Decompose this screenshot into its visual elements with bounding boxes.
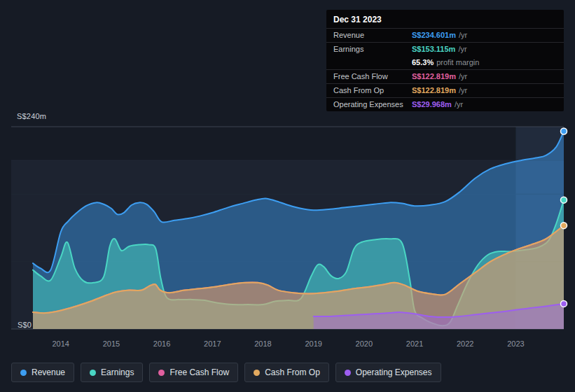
legend-item-label: Operating Expenses — [356, 368, 432, 377]
tooltip-row-value: S$122.819m — [412, 86, 456, 95]
operating-expenses-series-dot-icon — [345, 370, 351, 376]
tooltip-row-free-cash-flow: Free Cash FlowS$122.819m/yr — [326, 69, 564, 83]
tooltip-row-label: Revenue — [333, 31, 412, 40]
free-cash-flow-series-dot-icon — [158, 370, 165, 376]
x-axis-tick-2014: 2014 — [52, 340, 69, 348]
tooltip-row-suffix: /yr — [455, 100, 463, 109]
legend-item-earnings[interactable]: Earnings — [81, 363, 143, 382]
y-axis-label-min: S$0 — [18, 321, 32, 329]
upper-band — [11, 127, 564, 160]
tooltip-row-value: S$153.115m — [412, 45, 455, 54]
legend-item-label: Cash From Op — [265, 368, 320, 377]
tooltip-row-suffix: /yr — [459, 72, 467, 81]
tooltip-row-earnings: EarningsS$153.115m/yr — [326, 42, 564, 56]
x-axis-tick-2018: 2018 — [254, 340, 271, 348]
x-axis-tick-2017: 2017 — [204, 340, 221, 348]
legend-item-cash-from-op[interactable]: Cash From Op — [244, 363, 329, 382]
legend-item-label: Earnings — [101, 368, 134, 377]
tooltip-row-profit-margin: 65.3%profit margin — [326, 56, 564, 69]
x-axis-tick-2020: 2020 — [356, 340, 373, 348]
chart-area: 2014201520162017201820192020202120222023… — [0, 0, 575, 392]
legend-item-label: Revenue — [32, 368, 65, 377]
earnings-end-marker[interactable] — [561, 197, 567, 203]
x-axis-tick-2015: 2015 — [103, 340, 120, 348]
cash-from-op-end-marker[interactable] — [561, 223, 567, 229]
tooltip-row-label: Cash From Op — [333, 86, 412, 95]
y-axis-label-max: S$240m — [17, 112, 46, 120]
tooltip-row-suffix: /yr — [459, 31, 467, 40]
revenue-series-dot-icon — [20, 370, 27, 376]
chart-tooltip: Dec 31 2023 RevenueS$234.601m/yrEarnings… — [326, 10, 564, 111]
operating-expenses-end-marker[interactable] — [561, 300, 567, 307]
x-axis-tick-2022: 2022 — [457, 340, 473, 348]
tooltip-row-suffix: profit margin — [436, 58, 479, 67]
tooltip-row-value: 65.3% — [412, 58, 434, 67]
x-axis-tick-2019: 2019 — [305, 340, 321, 348]
earnings-series-dot-icon — [90, 370, 96, 376]
tooltip-rows: RevenueS$234.601m/yrEarningsS$153.115m/y… — [326, 28, 564, 111]
tooltip-row-suffix: /yr — [458, 45, 466, 54]
tooltip-row-value: S$122.819m — [412, 72, 456, 81]
tooltip-row-suffix: /yr — [459, 86, 467, 95]
tooltip-row-revenue: RevenueS$234.601m/yr — [326, 28, 564, 42]
legend-item-revenue[interactable]: Revenue — [11, 363, 74, 382]
revenue-end-marker[interactable] — [561, 128, 567, 134]
legend-item-free-cash-flow[interactable]: Free Cash Flow — [149, 363, 238, 382]
tooltip-row-label: Free Cash Flow — [333, 72, 412, 81]
tooltip-row-value: S$29.968m — [412, 100, 452, 109]
legend-item-label: Free Cash Flow — [169, 368, 229, 377]
tooltip-date: Dec 31 2023 — [326, 10, 564, 28]
tooltip-row-value: S$234.601m — [412, 31, 456, 40]
tooltip-row-operating-expenses: Operating ExpensesS$29.968m/yr — [326, 97, 564, 111]
tooltip-row-cash-from-op: Cash From OpS$122.819m/yr — [326, 83, 564, 97]
legend-item-operating-expenses[interactable]: Operating Expenses — [335, 363, 441, 382]
tooltip-row-label: Earnings — [333, 45, 412, 54]
chart-legend: RevenueEarningsFree Cash FlowCash From O… — [11, 363, 441, 382]
tooltip-row-label: Operating Expenses — [333, 100, 412, 109]
x-axis-tick-2023: 2023 — [507, 340, 524, 348]
x-axis-tick-2016: 2016 — [153, 340, 170, 348]
x-axis-tick-2021: 2021 — [406, 340, 423, 348]
cash-from-op-series-dot-icon — [254, 370, 260, 376]
